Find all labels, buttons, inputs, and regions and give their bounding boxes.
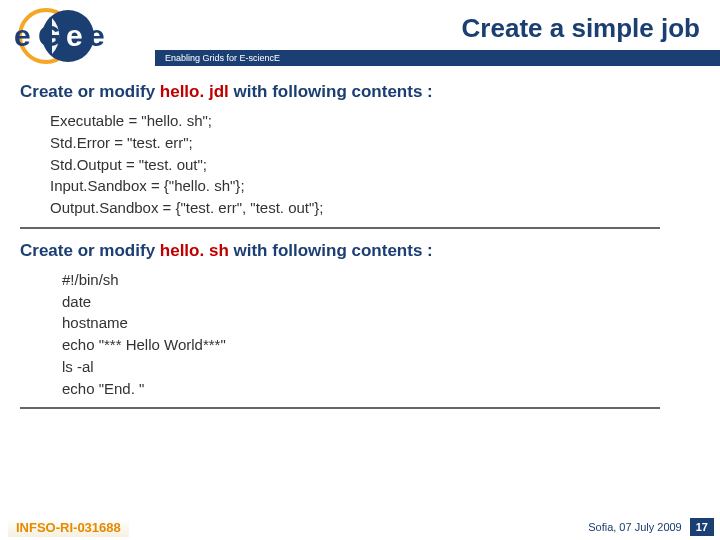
title-band: Create a simple job [155, 6, 720, 50]
divider [20, 227, 660, 229]
svg-text:e: e [88, 19, 105, 52]
section1-heading: Create or modify hello. jdl with followi… [20, 82, 700, 102]
section2-heading: Create or modify hello. sh with followin… [20, 241, 700, 261]
slide-header: e G e e Create a simple job Enabling Gri… [0, 0, 720, 78]
divider [20, 407, 660, 409]
code-line: hostname [62, 312, 700, 334]
sh-code-block: #!/bin/sh date hostname echo "*** Hello … [62, 269, 700, 400]
heading-text: with following contents : [229, 82, 433, 101]
code-line: Output.Sandbox = {"test. err", "test. ou… [50, 197, 700, 219]
footer-right: Sofia, 07 July 2009 17 [588, 518, 714, 536]
code-line: #!/bin/sh [62, 269, 700, 291]
code-line: echo "*** Hello World***" [62, 334, 700, 356]
svg-text:e: e [66, 19, 83, 52]
tagline-bar: Enabling Grids for E-sciencE [155, 50, 720, 66]
heading-filename: hello. jdl [160, 82, 229, 101]
heading-filename: hello. sh [160, 241, 229, 260]
page-number: 17 [690, 518, 714, 536]
footer-date: Sofia, 07 July 2009 [588, 521, 682, 533]
code-line: Input.Sandbox = {"hello. sh"}; [50, 175, 700, 197]
code-line: ls -al [62, 356, 700, 378]
jdl-code-block: Executable = "hello. sh"; Std.Error = "t… [50, 110, 700, 219]
svg-text:G: G [38, 19, 61, 52]
code-line: date [62, 291, 700, 313]
svg-text:e: e [14, 19, 31, 52]
slide-content: Create or modify hello. jdl with followi… [20, 82, 700, 421]
footer-reference: INFSO-RI-031688 [8, 518, 129, 537]
code-line: Executable = "hello. sh"; [50, 110, 700, 132]
slide-title: Create a simple job [462, 13, 700, 44]
egee-logo: e G e e [8, 6, 158, 74]
code-line: Std.Output = "test. out"; [50, 154, 700, 176]
code-line: echo "End. " [62, 378, 700, 400]
code-line: Std.Error = "test. err"; [50, 132, 700, 154]
heading-text: with following contents : [229, 241, 433, 260]
heading-text: Create or modify [20, 82, 160, 101]
tagline-text: Enabling Grids for E-sciencE [165, 53, 280, 63]
heading-text: Create or modify [20, 241, 160, 260]
slide-footer: INFSO-RI-031688 Sofia, 07 July 2009 17 [0, 514, 720, 540]
